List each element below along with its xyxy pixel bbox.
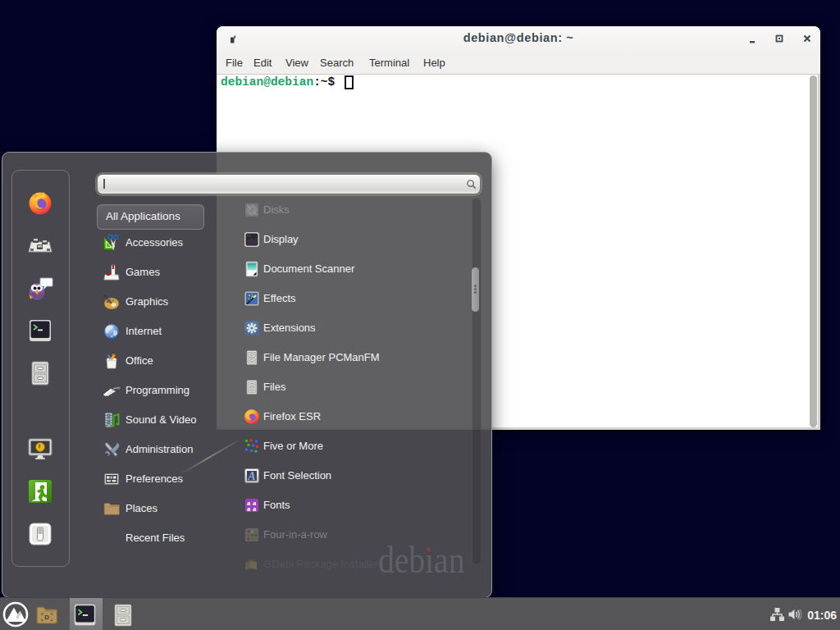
svg-text:D: D <box>44 614 49 621</box>
svg-text:A: A <box>247 470 255 482</box>
svg-text:a: a <box>247 504 251 513</box>
svg-text:a: a <box>253 504 257 513</box>
